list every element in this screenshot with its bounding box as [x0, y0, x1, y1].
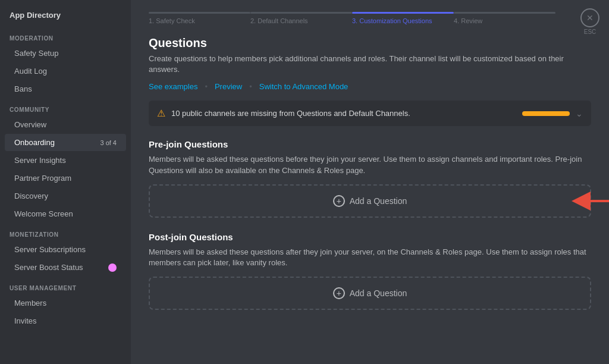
- progress-steps: 1. Safety Check 2. Default Channels 3. C…: [149, 12, 591, 24]
- step-default-channels[interactable]: 2. Default Channels: [250, 12, 352, 24]
- boost-icon: [108, 263, 117, 272]
- pre-join-add-label: Add a Question: [350, 196, 407, 206]
- main-content: ✕ ESC 1. Safety Check 2. Default Channel…: [131, 0, 609, 364]
- post-join-description: Members will be asked these questions af…: [149, 247, 591, 268]
- sidebar-item-safety-setup[interactable]: Safety Setup: [5, 45, 126, 62]
- step-label-3: 3. Customization Questions: [352, 17, 432, 24]
- pre-join-description: Members will be asked these questions be…: [149, 154, 591, 175]
- see-examples-link[interactable]: See examples: [149, 82, 197, 91]
- warning-text: 10 public channels are missing from Ques…: [171, 109, 410, 118]
- esc-button-container: ✕ ESC: [580, 8, 599, 35]
- sidebar: App Directory MODERATION Safety Setup Au…: [0, 0, 131, 364]
- sidebar-app-title[interactable]: App Directory: [0, 5, 131, 27]
- pre-join-add-question-box[interactable]: + Add a Question: [149, 184, 591, 218]
- warning-progress-bar: [522, 111, 570, 116]
- post-join-add-question-box[interactable]: + Add a Question: [149, 277, 591, 310]
- sidebar-section-monetization: MONETIZATION: [0, 223, 131, 240]
- red-arrow-annotation: [569, 186, 609, 216]
- sidebar-item-onboarding[interactable]: Onboarding 3 of 4: [5, 134, 126, 151]
- pre-join-plus-icon: +: [333, 195, 345, 207]
- sidebar-item-audit-log[interactable]: Audit Log: [5, 62, 126, 80]
- sidebar-section-community: COMMUNITY: [0, 98, 131, 115]
- sidebar-item-server-insights[interactable]: Server Insights: [5, 152, 126, 169]
- esc-button[interactable]: ✕: [580, 8, 599, 27]
- page-description: Create questions to help members pick ad…: [149, 54, 591, 75]
- pre-join-title: Pre-join Questions: [149, 139, 591, 149]
- link-sep-2: •: [249, 82, 252, 91]
- step-bar-1: [149, 12, 250, 14]
- sidebar-item-server-boost-status[interactable]: Server Boost Status: [5, 259, 126, 276]
- pre-join-add-inner: + Add a Question: [333, 195, 407, 207]
- step-label-2: 2. Default Channels: [250, 17, 308, 24]
- warning-right: ⌄: [522, 109, 583, 118]
- step-customization-questions[interactable]: 3. Customization Questions: [352, 12, 454, 24]
- sidebar-item-invites[interactable]: Invites: [5, 312, 126, 330]
- links-row: See examples • Preview • Switch to Advan…: [149, 82, 591, 91]
- page-title: Questions: [149, 36, 591, 50]
- step-bar-4: [454, 12, 555, 14]
- warning-banner: ⚠ 10 public channels are missing from Qu…: [149, 101, 591, 126]
- post-join-add-label: Add a Question: [350, 288, 407, 298]
- sidebar-item-server-subscriptions[interactable]: Server Subscriptions: [5, 241, 126, 258]
- warning-icon: ⚠: [157, 108, 165, 119]
- esc-label: ESC: [584, 29, 597, 35]
- sidebar-item-welcome-screen[interactable]: Welcome Screen: [5, 205, 126, 222]
- sidebar-item-partner-program[interactable]: Partner Program: [5, 170, 126, 187]
- step-bar-2: [250, 12, 352, 14]
- link-sep-1: •: [205, 82, 208, 91]
- step-label-4: 4. Review: [454, 17, 482, 24]
- post-join-add-inner: + Add a Question: [333, 287, 407, 299]
- step-bar-3: [352, 12, 454, 14]
- step-label-1: 1. Safety Check: [149, 17, 195, 24]
- warning-left: ⚠ 10 public channels are missing from Qu…: [157, 108, 410, 119]
- sidebar-item-members[interactable]: Members: [5, 294, 126, 312]
- sidebar-item-overview[interactable]: Overview: [5, 116, 126, 133]
- post-join-title: Post-join Questions: [149, 232, 591, 242]
- sidebar-item-bans[interactable]: Bans: [5, 80, 126, 98]
- sidebar-item-discovery[interactable]: Discovery: [5, 187, 126, 205]
- warning-chevron-icon[interactable]: ⌄: [576, 109, 583, 118]
- step-review[interactable]: 4. Review: [454, 12, 555, 24]
- onboarding-badge: 3 of 4: [100, 139, 117, 146]
- switch-advanced-link[interactable]: Switch to Advanced Mode: [259, 82, 349, 91]
- post-join-plus-icon: +: [333, 287, 345, 299]
- sidebar-section-user-management: USER MANAGEMENT: [0, 277, 131, 294]
- preview-link[interactable]: Preview: [215, 82, 242, 91]
- sidebar-section-moderation: MODERATION: [0, 27, 131, 44]
- step-safety-check[interactable]: 1. Safety Check: [149, 12, 250, 24]
